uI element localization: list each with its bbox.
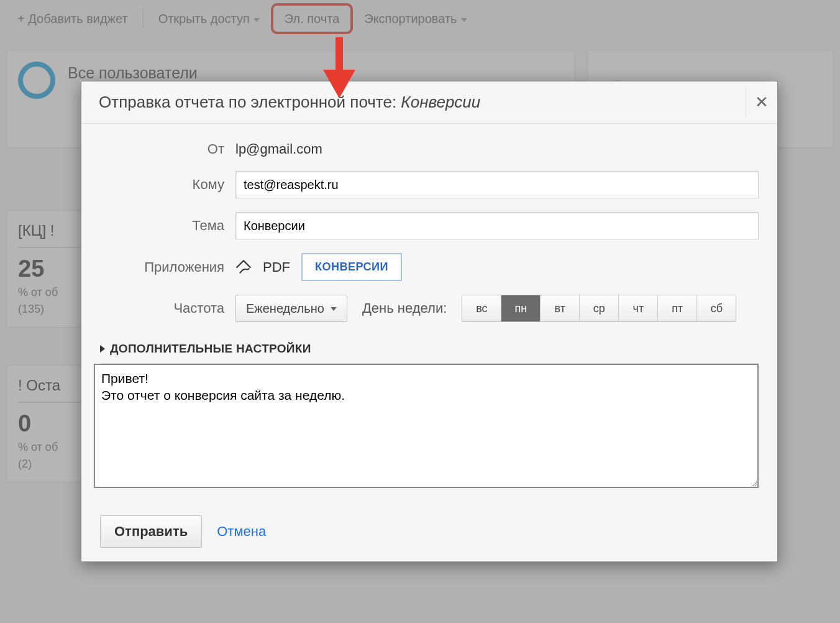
day-button-пт[interactable]: пт xyxy=(657,295,696,321)
attachments-content: PDF КОНВЕРСИИ xyxy=(235,253,402,281)
modal-header: Отправка отчета по электронной почте: Ко… xyxy=(81,81,777,124)
day-of-week-group: вспнвтсрчтптсб xyxy=(462,295,736,322)
frequency-value: Еженедельно xyxy=(246,302,324,316)
svg-marker-1 xyxy=(323,70,355,98)
modal-title-name: Конверсии xyxy=(401,93,480,111)
modal-body: От lp@gmail.com Кому Тема Приложения PDF… xyxy=(81,124,777,502)
attachments-label: Приложения xyxy=(100,259,235,275)
day-button-сб[interactable]: сб xyxy=(696,295,736,321)
message-textarea[interactable] xyxy=(94,364,759,488)
day-button-пн[interactable]: пн xyxy=(501,295,540,321)
modal-title: Отправка отчета по электронной почте: Ко… xyxy=(99,93,480,112)
day-button-ср[interactable]: ср xyxy=(579,295,618,321)
advanced-settings-toggle[interactable]: ДОПОЛНИТЕЛЬНЫЕ НАСТРОЙКИ xyxy=(100,336,759,364)
subject-row: Тема xyxy=(100,212,759,239)
subject-label: Тема xyxy=(100,218,235,234)
frequency-select[interactable]: Еженедельно xyxy=(235,295,347,322)
subject-input[interactable] xyxy=(235,212,759,239)
to-row: Кому xyxy=(100,171,759,198)
day-button-вс[interactable]: вс xyxy=(462,295,501,321)
advanced-settings-label: ДОПОЛНИТЕЛЬНЫЕ НАСТРОЙКИ xyxy=(110,342,311,356)
to-input[interactable] xyxy=(235,171,759,198)
day-button-чт[interactable]: чт xyxy=(618,295,657,321)
from-label: От xyxy=(100,141,235,157)
chevron-down-icon xyxy=(331,307,337,311)
from-row: От lp@gmail.com xyxy=(100,141,759,157)
email-report-modal: Отправка отчета по электронной почте: Ко… xyxy=(81,81,778,562)
pdf-icon xyxy=(235,259,252,275)
from-value: lp@gmail.com xyxy=(235,141,759,157)
send-button[interactable]: Отправить xyxy=(100,515,202,548)
day-button-вт[interactable]: вт xyxy=(540,295,579,321)
triangle-right-icon xyxy=(100,345,105,353)
cancel-button[interactable]: Отмена xyxy=(217,524,266,540)
frequency-row: Частота Еженедельно День недели: вспнвтс… xyxy=(100,295,759,322)
frequency-label: Частота xyxy=(100,300,235,316)
close-button[interactable]: ✕ xyxy=(746,87,777,118)
to-label: Кому xyxy=(100,177,235,193)
attachment-chip[interactable]: КОНВЕРСИИ xyxy=(301,253,402,281)
day-of-week-label: День недели: xyxy=(362,300,447,316)
attachment-type: PDF xyxy=(263,259,290,275)
callout-arrow xyxy=(314,37,364,99)
attachments-row: Приложения PDF КОНВЕРСИИ xyxy=(100,253,759,281)
close-icon: ✕ xyxy=(755,93,769,112)
modal-footer: Отправить Отмена xyxy=(81,502,777,561)
